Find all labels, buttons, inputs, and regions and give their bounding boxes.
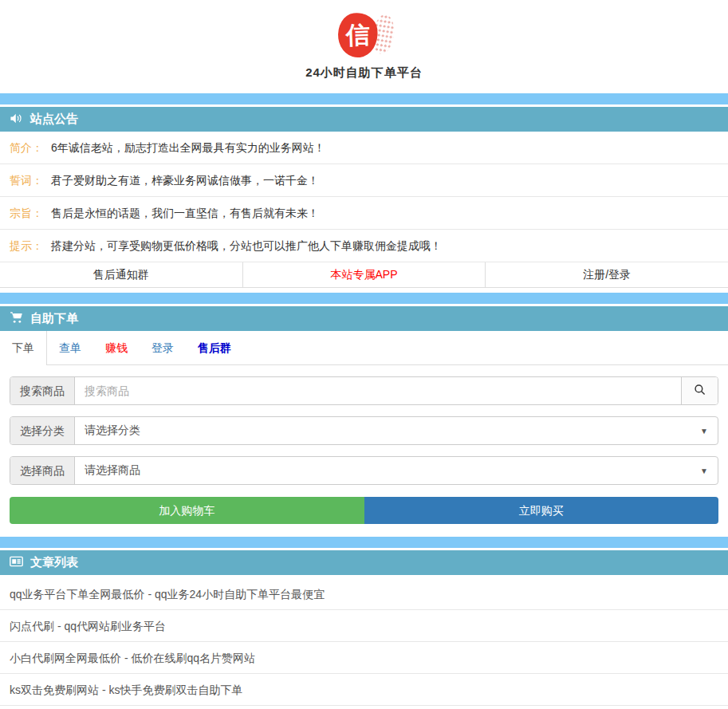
- notice-row-intro: 简介：6年诚信老站，励志打造出全网最具有实力的业务网站！: [0, 132, 728, 164]
- speaker-icon: [10, 112, 23, 127]
- category-selected-value: 请选择分类: [85, 423, 140, 438]
- notice-text: 君子爱财助之有道，梓豪业务网诚信做事，一诺千金！: [51, 174, 319, 187]
- search-input[interactable]: [75, 377, 681, 404]
- notice-label: 提示：: [10, 239, 43, 252]
- article-list: qq业务平台下单全网最低价 - qq业务24小时自助下单平台最便宜 闪点代刷 -…: [0, 575, 728, 706]
- articles-panel-title: 文章列表: [30, 555, 78, 570]
- articles-panel: 文章列表 qq业务平台下单全网最低价 - qq业务24小时自助下单平台最便宜 闪…: [0, 537, 728, 706]
- register-login-link[interactable]: 注册/登录: [486, 262, 728, 287]
- notice-label: 誓词：: [10, 174, 43, 187]
- buy-now-button[interactable]: 立即购买: [364, 497, 719, 524]
- notice-row-purpose: 宗旨：售后是永恒的话题，我们一直坚信，有售后就有未来！: [0, 197, 728, 230]
- notice-row-oath: 誓词：君子爱财助之有道，梓豪业务网诚信做事，一诺千金！: [0, 164, 728, 197]
- notice-panel-title: 站点公告: [30, 112, 78, 127]
- site-logo: 信: [333, 10, 395, 62]
- notice-text: 6年诚信老站，励志打造出全网最具有实力的业务网站！: [51, 141, 325, 154]
- order-panel-title: 自助下单: [30, 311, 78, 326]
- product-selected-value: 请选择商品: [85, 463, 140, 478]
- aftersale-group-link[interactable]: 售后通知群: [0, 262, 243, 287]
- newspaper-icon: [10, 556, 23, 569]
- tab-place-order[interactable]: 下单: [0, 331, 47, 365]
- product-select-group: 选择商品 请选择商品 ▼: [10, 456, 718, 485]
- chevron-down-icon: ▼: [700, 467, 708, 475]
- add-to-cart-button[interactable]: 加入购物车: [10, 497, 364, 524]
- tab-login[interactable]: 登录: [140, 331, 186, 364]
- order-tabs: 下单 查单 赚钱 登录 售后群: [0, 331, 728, 365]
- category-select-group: 选择分类 请选择分类 ▼: [10, 416, 718, 445]
- product-select[interactable]: 请选择商品 ▼: [75, 457, 718, 484]
- cart-icon: [10, 311, 23, 326]
- logo-glyph: 信: [345, 22, 370, 47]
- notice-accent-strip: [0, 93, 728, 104]
- notice-panel: 站点公告 简介：6年诚信老站，励志打造出全网最具有实力的业务网站！ 誓词：君子爱…: [0, 93, 728, 288]
- site-app-link[interactable]: 本站专属APP: [243, 262, 486, 287]
- tab-check-order[interactable]: 查单: [47, 331, 93, 364]
- notice-row-tip: 提示：搭建分站，可享受购物更低价格哦，分站也可以推广他人下单赚取佣金提成哦！: [0, 230, 728, 262]
- search-button[interactable]: [681, 377, 718, 404]
- product-addon-label: 选择商品: [10, 457, 75, 484]
- order-action-buttons: 加入购物车 立即购买: [10, 497, 718, 524]
- notice-text: 售后是永恒的话题，我们一直坚信，有售后就有未来！: [51, 207, 319, 219]
- article-link[interactable]: ks双击免费刷网站 - ks快手免费刷双击自助下单: [0, 674, 728, 706]
- search-group: 搜索商品: [10, 376, 718, 405]
- notice-panel-header: 站点公告: [0, 107, 728, 132]
- category-select[interactable]: 请选择分类 ▼: [75, 417, 718, 444]
- search-addon-label: 搜索商品: [10, 377, 75, 404]
- tab-aftersale-group[interactable]: 售后群: [186, 331, 243, 364]
- order-accent-strip: [0, 293, 728, 304]
- search-icon: [694, 384, 706, 399]
- article-link[interactable]: 小白代刷网全网最低价 - 低价在线刷qq名片赞网站: [0, 642, 728, 674]
- notice-text: 搭建分站，可享受购物更低价格哦，分站也可以推广他人下单赚取佣金提成哦！: [51, 239, 442, 252]
- order-panel-body: 下单 查单 赚钱 登录 售后群 搜索商品 选择分类 请选择分类: [0, 331, 728, 537]
- notice-label: 宗旨：: [10, 207, 43, 219]
- notice-links-row: 售后通知群 本站专属APP 注册/登录: [0, 262, 728, 288]
- article-link[interactable]: 闪点代刷 - qq代网站刷业务平台: [0, 610, 728, 642]
- articles-panel-header: 文章列表: [0, 550, 728, 575]
- site-title: 24小时自助下单平台: [0, 65, 728, 81]
- article-link[interactable]: qq业务平台下单全网最低价 - qq业务24小时自助下单平台最便宜: [0, 578, 728, 610]
- notice-label: 简介：: [10, 141, 43, 154]
- tab-earn-money[interactable]: 赚钱: [93, 331, 140, 364]
- logo-stamp-texture-icon: [370, 13, 397, 55]
- order-panel: 自助下单 下单 查单 赚钱 登录 售后群 搜索商品 选择分类: [0, 293, 728, 537]
- chevron-down-icon: ▼: [700, 427, 708, 435]
- order-panel-header: 自助下单: [0, 306, 728, 331]
- articles-accent-strip: [0, 537, 728, 548]
- category-addon-label: 选择分类: [10, 417, 75, 444]
- site-header: 信 24小时自助下单平台: [0, 0, 728, 93]
